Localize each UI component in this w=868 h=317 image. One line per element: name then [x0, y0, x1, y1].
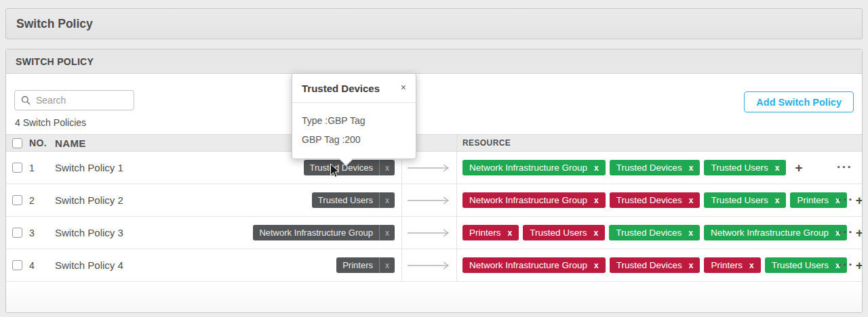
resource-tag-remove-icon[interactable]: x — [593, 228, 598, 238]
add-resource-button[interactable]: + — [856, 194, 863, 207]
resource-tag[interactable]: Printers x — [462, 225, 519, 240]
add-resource-button[interactable]: + — [856, 226, 863, 239]
resource-tag-remove-icon[interactable]: x — [688, 228, 693, 238]
tooltip-header: Trusted Devices × — [292, 74, 416, 103]
tooltip-type-line: Type :GBP Tag — [302, 111, 406, 130]
tooltip-gbp-tag-line: GBP Tag :200 — [302, 130, 406, 149]
resource-tag-label: Trusted Users — [711, 163, 768, 173]
source-cell: Trusted Devices x — [231, 160, 401, 175]
resource-tag[interactable]: Trusted Users x — [704, 160, 786, 175]
row-name: Switch Policy 3 — [55, 227, 231, 238]
resource-tag[interactable]: Trusted Devices x — [610, 257, 701, 273]
tooltip-close-icon[interactable]: × — [401, 83, 406, 92]
source-tag-remove-icon[interactable]: x — [379, 225, 395, 240]
resource-tag[interactable]: Network Infrastructure Group x — [462, 257, 606, 273]
right-arrow-icon — [407, 229, 452, 237]
resource-cell: Printers x Trusted Users x Trusted Devic… — [457, 217, 863, 249]
resource-tag-remove-icon[interactable]: x — [689, 163, 694, 173]
row-checkbox[interactable] — [12, 163, 22, 173]
resource-tag[interactable]: Trusted Users x — [704, 192, 786, 208]
resource-tag[interactable]: Trusted Devices x — [609, 225, 700, 240]
source-tag-remove-icon[interactable]: x — [379, 257, 395, 273]
resource-tag-label: Trusted Devices — [616, 163, 682, 173]
row-name: Switch Policy 1 — [55, 162, 231, 173]
resource-tag-remove-icon[interactable]: x — [689, 196, 694, 205]
row-name: Switch Policy 2 — [55, 194, 231, 206]
add-switch-policy-button[interactable]: Add Switch Policy — [744, 91, 854, 112]
arrow-cell — [401, 249, 457, 281]
resource-tag[interactable]: Trusted Users x — [765, 257, 847, 273]
right-arrow-icon — [407, 261, 452, 270]
tooltip-title: Trusted Devices — [302, 83, 401, 94]
resource-tags: Printers x Trusted Users x Trusted Devic… — [462, 225, 851, 240]
toolbar: 4 Switch Policies Add Switch Policy — [6, 74, 862, 134]
source-tag-label: Printers — [336, 257, 379, 273]
resource-tag[interactable]: Network Infrastructure Group x — [704, 225, 847, 240]
resource-tag-label: Trusted Devices — [616, 195, 682, 205]
resource-tag-remove-icon[interactable]: x — [594, 261, 599, 270]
arrow-cell — [401, 217, 457, 249]
source-tag-label: Trusted Users — [312, 192, 379, 208]
resource-tag-remove-icon[interactable]: x — [508, 228, 513, 238]
add-resource-button[interactable]: + — [795, 161, 802, 174]
resource-tag-remove-icon[interactable]: x — [775, 163, 780, 173]
resource-tag-label: Printers — [469, 228, 501, 238]
select-all-checkbox[interactable] — [12, 138, 22, 148]
resource-tag[interactable]: Network Infrastructure Group x — [462, 160, 606, 175]
resource-tags: Network Infrastructure Group x Trusted D… — [462, 192, 851, 208]
switch-policy-panel: SWITCH POLICY 4 Switch Policies Add Swit… — [5, 49, 863, 313]
panel-header: SWITCH POLICY — [6, 49, 862, 74]
row-menu-button[interactable]: ••• — [837, 164, 852, 170]
page-title: Switch Policy — [16, 17, 93, 31]
page-title-bar: Switch Policy — [5, 8, 863, 39]
row-checkbox[interactable] — [12, 195, 22, 205]
resource-tag[interactable]: Printers x — [704, 257, 760, 273]
table-row: 3 Switch Policy 3 Network Infrastructure… — [6, 217, 862, 249]
resource-tag-remove-icon[interactable]: x — [594, 163, 599, 173]
source-tag-remove-icon[interactable]: x — [379, 192, 395, 208]
panel-header-label: SWITCH POLICY — [16, 56, 94, 67]
resource-tag-label: Printers — [797, 195, 829, 205]
row-menu-button[interactable]: ••• — [838, 196, 854, 203]
resource-tag[interactable]: Trusted Users x — [523, 225, 605, 240]
policy-count: 4 Switch Policies — [15, 117, 86, 128]
resource-cell: Network Infrastructure Group x Trusted D… — [457, 184, 863, 216]
search-box[interactable] — [14, 90, 134, 110]
source-tag-label: Network Infrastructure Group — [253, 225, 379, 240]
resource-tag-label: Trusted Users — [711, 195, 768, 205]
resource-tag-label: Trusted Devices — [616, 260, 682, 270]
source-tag[interactable]: Trusted Users x — [312, 192, 395, 208]
row-menu-button[interactable]: ••• — [838, 229, 854, 235]
resource-tag-remove-icon[interactable]: x — [594, 196, 599, 205]
resource-tag[interactable]: Trusted Devices x — [610, 192, 701, 208]
table-body: 1 Switch Policy 1 Trusted Devices x Netw… — [6, 152, 862, 282]
row-checkbox[interactable] — [12, 260, 22, 270]
column-header-resource: RESOURCE — [457, 135, 862, 151]
resource-tag-remove-icon[interactable]: x — [775, 196, 780, 205]
right-arrow-icon — [407, 164, 452, 172]
row-number: 2 — [29, 195, 55, 206]
source-tag-remove-icon[interactable]: x — [379, 160, 395, 175]
resource-tag[interactable]: Trusted Devices x — [610, 160, 701, 175]
source-tag[interactable]: Printers x — [336, 257, 395, 273]
add-resource-button[interactable]: + — [856, 259, 863, 272]
tag-tooltip: Trusted Devices × Type :GBP Tag GBP Tag … — [292, 73, 416, 159]
table-row: 4 Switch Policy 4 Printers x Network Inf… — [6, 249, 862, 282]
resource-tag-remove-icon[interactable]: x — [749, 261, 754, 270]
search-input[interactable] — [36, 95, 127, 106]
row-checkbox[interactable] — [12, 228, 22, 238]
row-menu-button[interactable]: ••• — [838, 261, 854, 268]
resource-tag-remove-icon[interactable]: x — [689, 261, 694, 270]
table-header: NO. NAME RESOURCE — [6, 134, 862, 152]
resource-tag[interactable]: Network Infrastructure Group x — [462, 192, 606, 208]
source-cell: Trusted Users x — [231, 192, 401, 208]
resource-cell: Network Infrastructure Group x Trusted D… — [457, 249, 863, 281]
arrow-cell — [401, 184, 457, 216]
source-tag-label: Trusted Devices — [304, 160, 379, 175]
column-header-no: NO. — [29, 138, 55, 148]
source-tag[interactable]: Network Infrastructure Group x — [253, 225, 395, 240]
row-number: 3 — [29, 228, 55, 238]
table-row: 2 Switch Policy 2 Trusted Users x Networ… — [6, 184, 862, 217]
resource-tag-label: Trusted Devices — [616, 228, 682, 238]
mouse-cursor — [330, 163, 340, 178]
